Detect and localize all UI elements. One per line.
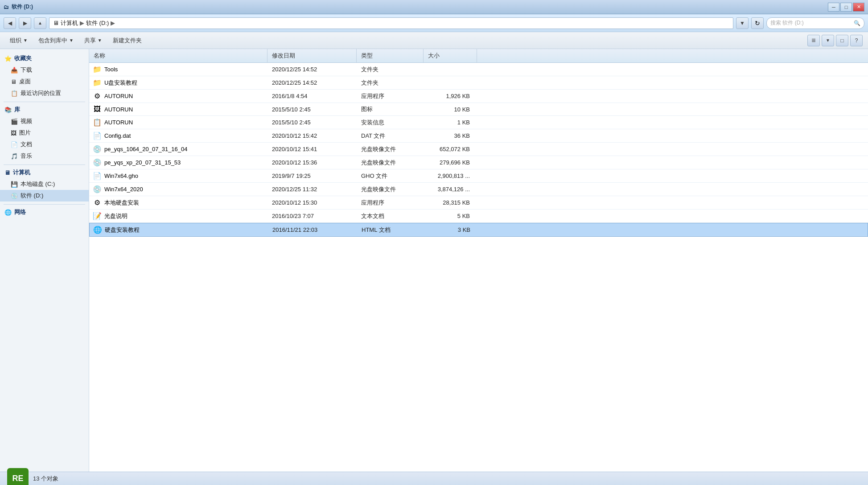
sidebar-item-video[interactable]: 🎬 视频 [0, 115, 89, 127]
table-row[interactable]: 📄 Win7x64.gho 2019/9/7 19:25 GHO 文件 2,90… [89, 169, 868, 183]
sidebar-favorites-header[interactable]: ⭐ 收藏夹 [0, 53, 89, 64]
sidebar-item-music[interactable]: 🎵 音乐 [0, 150, 89, 162]
organize-button[interactable]: 组织 ▼ [5, 34, 32, 47]
sidebar-item-recent[interactable]: 📋 最近访问的位置 [0, 87, 89, 99]
table-row[interactable]: 💿 Win7x64_2020 2020/12/25 11:32 光盘映像文件 3… [89, 183, 868, 196]
downloads-icon: 📥 [11, 67, 18, 74]
table-row[interactable]: 🖼 AUTORUN 2015/5/10 2:45 图标 10 KB [89, 103, 868, 116]
table-row[interactable]: ⚙ AUTORUN 2016/1/8 4:54 应用程序 1,926 KB [89, 90, 868, 103]
status-bar-content: RE 13 个对象 [7, 468, 58, 485]
main-container: ⭐ 收藏夹 📥 下载 🖥 桌面 📋 最近访问的位置 📚 库 [0, 49, 868, 472]
sidebar-network-header[interactable]: 🌐 网络 [0, 206, 89, 218]
star-icon: ⭐ [4, 55, 12, 62]
search-box[interactable]: 搜索 软件 (D:) 🔍 [766, 17, 864, 29]
file-name: 本地硬盘安装 [104, 199, 139, 207]
help-button[interactable]: ? [850, 35, 863, 46]
table-row[interactable]: 💿 pe_yqs_1064_20_07_31_16_04 2020/10/12 … [89, 143, 868, 156]
sidebar-item-d-drive[interactable]: 💿 软件 (D:) [0, 190, 89, 201]
address-path[interactable]: 🖥 计算机 ▶ 软件 (D:) ▶ [49, 17, 733, 29]
file-icon: 📄 [93, 172, 102, 180]
minimize-button[interactable]: ─ [828, 3, 839, 12]
file-name: Tools [104, 66, 118, 73]
col-size-header[interactable]: 大小 [424, 49, 477, 62]
title-bar-controls: ─ □ ✕ [828, 3, 864, 12]
toolbar: 组织 ▼ 包含到库中 ▼ 共享 ▼ 新建文件夹 ≡ ▼ □ ? [0, 32, 868, 49]
file-name: pe_yqs_xp_20_07_31_15_53 [104, 159, 181, 166]
table-row[interactable]: 📁 Tools 2020/12/25 14:52 文件夹 [89, 63, 868, 76]
sidebar-item-desktop[interactable]: 🖥 桌面 [0, 76, 89, 87]
view-toggle-button[interactable]: ≡ [807, 35, 820, 46]
share-dropdown-icon: ▼ [98, 38, 102, 43]
add-to-library-button[interactable]: 包含到库中 ▼ [34, 34, 78, 47]
path-computer: 计算机 [61, 19, 78, 27]
file-name-cell: 💿 pe_yqs_xp_20_07_31_15_53 [89, 156, 267, 169]
pictures-icon: 🖼 [11, 130, 16, 136]
file-modified: 2016/1/8 4:54 [267, 90, 357, 102]
title-bar: 🗂 软件 (D:) ─ □ ✕ [0, 0, 868, 14]
table-row[interactable]: 🌐 硬盘安装教程 2016/11/21 22:03 HTML 文档 3 KB [89, 223, 868, 237]
file-name: 光盘说明 [104, 212, 128, 220]
file-icon: 💿 [93, 145, 102, 153]
sidebar-item-documents[interactable]: 📄 文档 [0, 139, 89, 150]
sidebar-item-c-drive[interactable]: 💾 本地磁盘 (C:) [0, 178, 89, 190]
up-button[interactable]: ▲ [34, 17, 46, 29]
close-button[interactable]: ✕ [853, 3, 864, 12]
file-icon: 🖼 [93, 105, 102, 113]
file-size [424, 67, 477, 72]
file-name: Config.dat [104, 132, 131, 139]
sidebar-section-favorites: ⭐ 收藏夹 📥 下载 🖥 桌面 📋 最近访问的位置 [0, 53, 89, 99]
refresh-button[interactable]: ↻ [751, 17, 764, 29]
file-modified: 2020/12/25 14:52 [267, 77, 357, 88]
table-row[interactable]: 📁 U盘安装教程 2020/12/25 14:52 文件夹 [89, 76, 868, 90]
forward-button[interactable]: ▶ [19, 17, 31, 29]
file-size: 2,900,813 ... [424, 170, 477, 181]
file-modified: 2015/5/10 2:45 [267, 104, 357, 115]
file-size: 1,926 KB [424, 90, 477, 102]
sidebar-item-downloads[interactable]: 📥 下载 [0, 64, 89, 76]
col-type-header[interactable]: 类型 [357, 49, 424, 62]
table-row[interactable]: 📝 光盘说明 2016/10/23 7:07 文本文档 5 KB [89, 210, 868, 223]
file-modified: 2020/12/25 14:52 [267, 64, 357, 75]
file-icon: 💿 [93, 185, 102, 193]
file-icon: 💿 [93, 158, 102, 167]
sidebar-computer-header[interactable]: 🖥 计算机 [0, 167, 89, 178]
status-count: 13 个对象 [33, 475, 58, 483]
file-size [424, 81, 477, 85]
file-name-cell: 💿 Win7x64_2020 [89, 183, 267, 196]
file-name: Win7x64.gho [104, 173, 138, 179]
window-icon: 🗂 [4, 4, 9, 10]
table-row[interactable]: 💿 pe_yqs_xp_20_07_31_15_53 2020/10/12 15… [89, 156, 868, 169]
table-row[interactable]: 📄 Config.dat 2020/10/12 15:42 DAT 文件 36 … [89, 129, 868, 143]
sidebar-item-pictures[interactable]: 🖼 图片 [0, 127, 89, 139]
file-icon: 📁 [93, 78, 102, 87]
file-name: AUTORUN [104, 93, 133, 99]
maximize-button[interactable]: □ [840, 3, 852, 12]
file-list-container[interactable]: 名称 修改日期 类型 大小 📁 Tools 2020/12/25 14:52 文… [89, 49, 868, 472]
col-modified-header[interactable]: 修改日期 [267, 49, 357, 62]
preview-pane-button[interactable]: □ [836, 35, 848, 46]
path-icon: 🖥 [53, 20, 59, 26]
file-type: DAT 文件 [357, 130, 424, 142]
view-dropdown-button[interactable]: ▼ [822, 35, 834, 46]
new-folder-button[interactable]: 新建文件夹 [108, 34, 146, 47]
table-row[interactable]: ⚙ 本地硬盘安装 2020/10/12 15:30 应用程序 28,315 KB [89, 196, 868, 210]
d-drive-icon: 💿 [11, 193, 18, 199]
file-name: U盘安装教程 [104, 79, 137, 87]
file-icon: 🌐 [93, 226, 102, 234]
computer-icon: 🖥 [4, 169, 10, 176]
sidebar-libraries-header[interactable]: 📚 库 [0, 104, 89, 115]
dropdown-button[interactable]: ▼ [736, 17, 749, 29]
file-size: 279,696 KB [424, 157, 477, 168]
sidebar-section-network: 🌐 网络 [0, 206, 89, 218]
path-sep2: ▶ [111, 20, 115, 26]
back-button[interactable]: ◀ [4, 17, 16, 29]
video-icon: 🎬 [11, 118, 18, 125]
file-size: 3,874,126 ... [424, 184, 477, 195]
share-button[interactable]: 共享 ▼ [80, 34, 107, 47]
table-row[interactable]: 📋 AUTORUN 2015/5/10 2:45 安装信息 1 KB [89, 116, 868, 129]
file-type: 光盘映像文件 [357, 156, 424, 169]
file-type: 光盘映像文件 [357, 183, 424, 196]
file-modified: 2020/10/12 15:30 [267, 197, 357, 208]
file-icon: 📄 [93, 132, 102, 140]
col-name-header[interactable]: 名称 [89, 49, 267, 62]
